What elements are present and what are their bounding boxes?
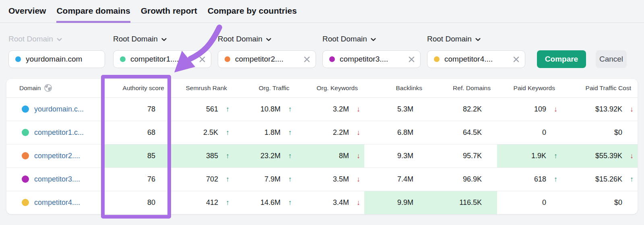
domain-color-dot — [22, 152, 29, 159]
ref-domains-cell: 82.2K — [429, 97, 497, 121]
selector-actions: Compare Cancel — [537, 50, 627, 68]
remove-domain-icon[interactable] — [513, 56, 519, 62]
org-traffic-cell: 1.8M↑ — [233, 121, 296, 144]
trend-arrow-icon: ↓ — [546, 105, 557, 114]
domain-selector-competitor2: Root Domain competitor2.... — [218, 35, 316, 68]
authority-score-cell: 80 — [101, 191, 171, 214]
chevron-down-icon — [161, 38, 167, 41]
tab-growth-report[interactable]: Growth report — [141, 0, 197, 23]
domain-link[interactable]: competitor1.c... — [34, 128, 84, 137]
domain-chip-competitor4[interactable]: competitor4.... — [427, 50, 525, 68]
table-row: competitor4.... 80 412↑ 14.6M↑ 3.4M↓ 9.9… — [6, 191, 638, 214]
root-domain-dropdown[interactable]: Root Domain — [218, 35, 316, 43]
domain-color-dot — [22, 199, 29, 206]
column-header-org-keywords[interactable]: Org. Keywords — [296, 79, 364, 97]
org-keywords-cell: 3.5M↓ — [296, 167, 364, 191]
table-row: competitor1.c... 68 2.5K↑ 1.8M↑ 2.2M↓ 6.… — [6, 121, 638, 144]
column-header-authority-score[interactable]: Authority score — [101, 79, 171, 97]
root-domain-dropdown[interactable]: Root Domain — [113, 35, 211, 43]
column-header-ref-domains[interactable]: Ref. Domains — [429, 79, 497, 97]
domain-selectors: Root Domain yourdomain.com Root Domain c… — [8, 35, 638, 68]
trend-arrow-icon: ↑ — [546, 175, 557, 184]
paid-keywords-cell: 1.9K↑ — [497, 144, 561, 167]
column-header-paid-keywords[interactable]: Paid Keywords — [497, 79, 561, 97]
remove-domain-icon[interactable] — [199, 56, 205, 62]
domain-chip-text: competitor1.... — [130, 55, 194, 64]
column-header-org-traffic[interactable]: Org. Traffic — [233, 79, 296, 97]
domain-link[interactable]: competitor2.... — [34, 152, 80, 160]
authority-score-cell: 78 — [101, 97, 171, 121]
domain-selector-competitor3: Root Domain competitor3.... — [322, 35, 421, 68]
chevron-down-icon — [57, 38, 62, 41]
root-domain-label: Root Domain — [322, 35, 367, 43]
remove-domain-icon[interactable] — [409, 56, 415, 62]
root-domain-dropdown[interactable]: Root Domain — [322, 35, 421, 43]
domain-chip-text: competitor2.... — [235, 55, 299, 64]
trend-arrow-icon: ↑ — [546, 152, 557, 160]
cancel-button[interactable]: Cancel — [596, 50, 627, 68]
chevron-down-icon — [266, 38, 271, 41]
table-row: yourdomain.c... 78 561↑ 10.8M↑ 3.2M↓ 5.3… — [6, 97, 638, 121]
domain-chip-competitor3[interactable]: competitor3.... — [322, 50, 421, 68]
trend-arrow-icon: ↑ — [281, 175, 292, 184]
backlinks-cell: 7.4M — [364, 167, 429, 191]
paid-keywords-cell: 109↓ — [497, 97, 561, 121]
tab-compare-by-countries[interactable]: Compare by countries — [208, 0, 297, 23]
paid-traffic-cost-cell: $55.39K↓ — [561, 144, 638, 167]
domain-chip-competitor1[interactable]: competitor1.... — [113, 50, 211, 68]
domain-color-dot — [120, 56, 126, 62]
domain-color-dot — [22, 129, 29, 136]
column-header-paid-traffic-cost[interactable]: Paid Traffic Cost — [561, 79, 638, 97]
paid-traffic-cost-cell: $0 — [561, 121, 638, 144]
domain-selector-competitor4: Root Domain competitor4.... — [427, 35, 525, 68]
trend-arrow-icon: ↓ — [349, 198, 360, 207]
column-header-semrush-rank[interactable]: Semrush Rank — [171, 79, 233, 97]
domain-chip-text: yourdomain.com — [26, 55, 99, 64]
domain-chip-competitor2[interactable]: competitor2.... — [218, 50, 316, 68]
trend-arrow-icon: ↑ — [218, 128, 229, 137]
column-header-domain[interactable]: Domain — [6, 79, 101, 97]
domains-comparison-table: Domain Authority score Semrush Rank Org.… — [6, 79, 638, 214]
org-keywords-cell: 2.2M↓ — [296, 121, 364, 144]
tab-overview[interactable]: Overview — [8, 0, 46, 23]
trend-arrow-icon: ↑ — [622, 175, 634, 184]
compare-button[interactable]: Compare — [537, 50, 586, 68]
semrush-rank-cell: 561↑ — [171, 97, 233, 121]
paid-traffic-cost-cell: $13.92K↓ — [561, 97, 638, 121]
domain-chip-text: competitor4.... — [444, 55, 508, 64]
column-header-backlinks[interactable]: Backlinks — [364, 79, 429, 97]
report-tabs: Overview Compare domains Growth report C… — [0, 0, 644, 23]
backlinks-cell: 9.9M — [364, 191, 429, 214]
domain-link[interactable]: competitor3.... — [34, 175, 80, 184]
trend-arrow-icon: ↓ — [622, 152, 634, 160]
authority-score-cell: 68 — [101, 121, 171, 144]
trend-arrow-icon: ↓ — [349, 175, 360, 184]
paid-traffic-cost-cell: $15.26K↑ — [561, 167, 638, 191]
semrush-rank-cell: 385↑ — [171, 144, 233, 167]
root-domain-label: Root Domain — [218, 35, 262, 43]
domain-selector-competitor1: Root Domain competitor1.... — [113, 35, 211, 68]
domain-link[interactable]: competitor4.... — [34, 198, 80, 207]
trend-arrow-icon: ↑ — [281, 198, 292, 207]
root-domain-dropdown[interactable]: Root Domain — [427, 35, 525, 43]
domain-color-dot — [22, 105, 29, 113]
authority-score-cell: 85 — [101, 144, 171, 167]
domain-link[interactable]: yourdomain.c... — [34, 105, 84, 114]
org-keywords-cell: 3.2M↓ — [296, 97, 364, 121]
root-domain-dropdown: Root Domain — [8, 35, 105, 43]
org-keywords-cell: 3.4M↓ — [296, 191, 364, 214]
backlinks-cell: 6.8M — [364, 121, 429, 144]
table-header-row: Domain Authority score Semrush Rank Org.… — [6, 79, 638, 97]
trend-arrow-icon: ↓ — [622, 105, 634, 114]
semrush-rank-cell: 412↑ — [171, 191, 233, 214]
remove-domain-icon[interactable] — [304, 56, 310, 62]
globe-icon — [44, 84, 52, 92]
tab-compare-domains[interactable]: Compare domains — [56, 0, 130, 23]
table-row: competitor2.... 85 385↑ 23.2M↑ 8M↓ 9.3M … — [6, 144, 638, 167]
trend-arrow-icon: ↓ — [349, 105, 360, 114]
domain-chip-text: competitor3.... — [340, 55, 404, 64]
authority-score-cell: 76 — [101, 167, 171, 191]
trend-arrow-icon: ↓ — [349, 152, 360, 160]
domain-chip-yourdomain[interactable]: yourdomain.com — [8, 50, 105, 68]
domain-color-dot — [15, 56, 21, 62]
